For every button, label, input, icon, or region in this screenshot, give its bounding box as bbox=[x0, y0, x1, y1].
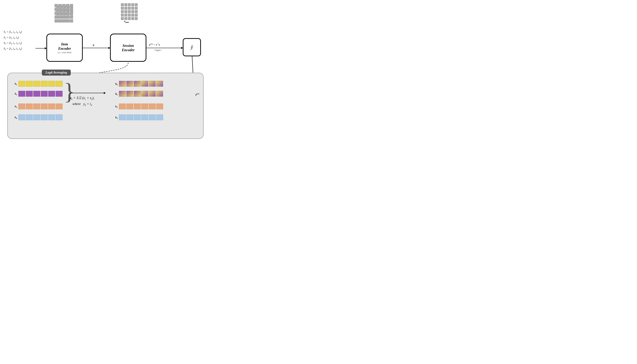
session-line-1: S1 = [i1, i2, i3, i4] bbox=[4, 29, 22, 35]
zla-label: zLA bbox=[195, 93, 199, 96]
session-line-3: S3 = [i5, i1, i3, i2] bbox=[4, 40, 22, 46]
vector-z4r-bars bbox=[119, 114, 163, 120]
logits-label: <logits> bbox=[154, 49, 162, 52]
sessions-list: S1 = [i1, i2, i3, i4] S2 = [i3, i2, i4] … bbox=[4, 29, 22, 51]
matrix-semb: for(let i=0;i<25;i++) document.write('<d… bbox=[121, 3, 138, 20]
vector-zk1-label: zk bbox=[112, 82, 117, 86]
vector-z4-label: z4 bbox=[12, 116, 17, 119]
vector-z3r-row: z3 bbox=[112, 104, 163, 109]
vector-zk1-row: zk bbox=[112, 81, 163, 87]
vector-z2-row: z2 bbox=[12, 91, 63, 97]
vector-zk1-bars bbox=[119, 81, 163, 87]
vector-z1-row: z1 bbox=[12, 81, 63, 87]
diagram-container: S1 = [i1, i2, i3, i4] S2 = [i3, i2, i4] … bbox=[0, 0, 255, 146]
vector-z2-bars bbox=[18, 91, 63, 97]
vector-zk2-row: zk bbox=[112, 91, 163, 97]
la-internal-arrow bbox=[69, 93, 105, 93]
yhat-box: ŷ bbox=[183, 38, 201, 56]
vector-z2-label: z2 bbox=[12, 92, 17, 96]
la-formula: zk = 1/2 (z1 + z2), where yk = i4 bbox=[70, 94, 94, 107]
vector-z4-bars bbox=[18, 114, 63, 120]
vector-z3r-bars bbox=[119, 104, 163, 109]
z-org-label: zorg = v⊤s bbox=[149, 43, 160, 46]
item-encoder-box: ItemEncoder (i.e., GNN, RNN) bbox=[46, 34, 83, 62]
vector-zk2-bars bbox=[119, 91, 163, 97]
v-label: v bbox=[93, 43, 94, 47]
semb-label: semb bbox=[124, 20, 129, 23]
v-arrow bbox=[83, 48, 110, 48]
matrix-above-item-encoder bbox=[55, 4, 73, 22]
sessions-to-encoder-arrow bbox=[36, 48, 46, 48]
session-line-2: S2 = [i3, i2, i4] bbox=[4, 35, 22, 40]
vector-z1-label: z1 bbox=[12, 82, 17, 86]
vector-z3-row: z3 bbox=[12, 104, 63, 109]
vector-z1-bars bbox=[18, 81, 63, 87]
yhat-label: ŷ bbox=[191, 44, 193, 50]
vector-z3-label: z3 bbox=[12, 104, 17, 108]
vector-z4r-label: z4 bbox=[112, 116, 117, 119]
vector-z3r-label: z3 bbox=[112, 104, 117, 108]
la-title: Logit Averaging bbox=[42, 70, 71, 76]
vector-z3-bars bbox=[18, 104, 63, 109]
logits-arrow bbox=[146, 48, 183, 48]
item-encoder-title: ItemEncoder bbox=[58, 42, 71, 51]
session-encoder-box: SessionEncoder bbox=[110, 34, 146, 62]
vector-z4-row: z4 bbox=[12, 114, 63, 120]
vector-zk2-label: zk bbox=[112, 92, 117, 96]
item-encoder-subtitle: (i.e., GNN, RNN) bbox=[58, 52, 72, 54]
vector-z4r-row: z4 bbox=[112, 114, 163, 120]
session-encoder-title: SessionEncoder bbox=[122, 44, 135, 52]
session-line-4: S4 = [i3, i4, i5, i6] bbox=[4, 46, 22, 52]
